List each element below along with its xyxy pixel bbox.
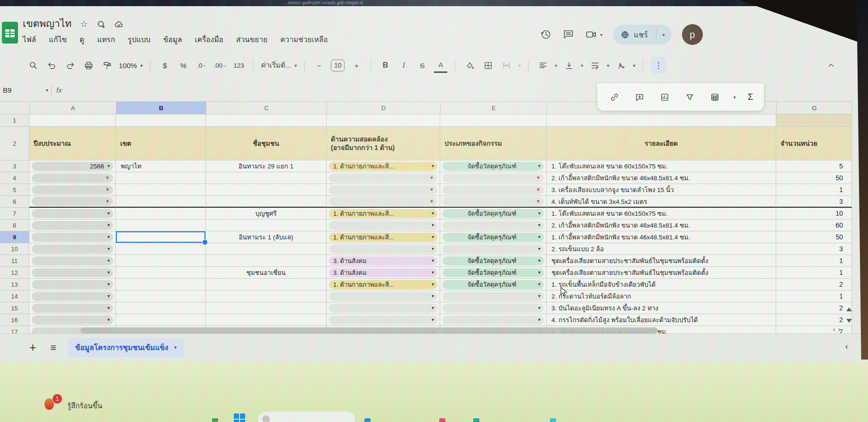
dropdown-icon[interactable]: ▾: [538, 235, 540, 239]
column-header-C[interactable]: C: [206, 102, 327, 114]
dropdown-pill[interactable]: ▾: [443, 292, 544, 301]
dropdown-icon[interactable]: ▾: [538, 164, 540, 168]
cell-D1[interactable]: [327, 114, 440, 127]
cell-C6[interactable]: [206, 196, 327, 208]
more-options-button[interactable]: ⋮: [651, 57, 666, 74]
cell-A4[interactable]: ▼: [29, 172, 116, 184]
cell-B14[interactable]: [116, 290, 206, 302]
font-family-select[interactable]: ค่าเริ่มต้... ▾: [261, 60, 297, 71]
dropdown-icon[interactable]: ▾: [107, 282, 110, 287]
taskbar-app-icon[interactable]: [364, 418, 371, 422]
format-currency-button[interactable]: $: [158, 59, 171, 72]
dropdown-icon[interactable]: ▾: [432, 258, 434, 263]
dropdown-pill[interactable]: 2566▾: [32, 162, 113, 171]
cell-G14[interactable]: 1: [776, 290, 852, 302]
dropdown-icon[interactable]: ▾: [538, 211, 540, 216]
dropdown-icon[interactable]: ▾: [432, 270, 434, 275]
cell-B10[interactable]: [116, 243, 206, 255]
dropdown-pill[interactable]: จัดซื้อวัสดุครุภัณฑ์▾: [443, 209, 544, 218]
row-header-11[interactable]: 11: [0, 255, 29, 267]
dropdown-pill[interactable]: ▼: [32, 185, 113, 194]
invalid-dropdown-icon[interactable]: ▼: [106, 176, 110, 180]
text-wrap-icon[interactable]: [588, 59, 602, 72]
cell-C7[interactable]: บุญชูศรี: [206, 208, 327, 220]
dropdown-pill[interactable]: 1. ด้านกายภาพและสิ่...▾: [329, 162, 437, 171]
cell-G9[interactable]: 50: [776, 231, 852, 243]
column-header-A[interactable]: A: [30, 102, 116, 114]
taskbar-app-icon[interactable]: [550, 418, 556, 422]
dropdown-icon[interactable]: ▾: [538, 258, 540, 263]
number-format-button[interactable]: 123: [232, 59, 245, 72]
version-history-icon[interactable]: [540, 28, 552, 41]
cell-F10[interactable]: 2. รถเข็นแบบ 2 ล้อ: [547, 243, 776, 255]
cell-E7[interactable]: จัดซื้อวัสดุครุภัณฑ์▾: [440, 208, 547, 220]
bold-button[interactable]: B: [379, 59, 392, 72]
menu-item-0[interactable]: ไฟล์: [23, 34, 36, 45]
video-call-icon[interactable]: [585, 28, 597, 41]
dropdown-pill[interactable]: ▾: [443, 245, 544, 254]
zoom-control[interactable]: 100% ▾: [119, 62, 142, 70]
menu-item-5[interactable]: ข้อมูล: [163, 34, 182, 45]
cell-A1[interactable]: [29, 114, 116, 127]
search-icon[interactable]: [27, 59, 40, 72]
italic-button[interactable]: I: [397, 59, 410, 72]
cell-G4[interactable]: 50: [776, 172, 852, 184]
row-header-4[interactable]: 4: [0, 172, 29, 184]
dropdown-icon[interactable]: ▾: [538, 317, 540, 322]
cell-E15[interactable]: ▾: [440, 302, 547, 314]
invalid-dropdown-icon[interactable]: ▼: [106, 199, 110, 204]
cell-C1[interactable]: [206, 114, 327, 127]
taskbar-app-icon[interactable]: [473, 418, 479, 422]
text-rotation-icon[interactable]: [614, 59, 628, 72]
cell-G16[interactable]: 2: [776, 314, 852, 326]
cell-E9[interactable]: จัดซื้อวัสดุครุภัณฑ์▾: [440, 231, 547, 243]
dropdown-icon[interactable]: ▾: [107, 294, 110, 299]
dropdown-pill[interactable]: จัดซื้อวัสดุครุภัณฑ์▾: [443, 268, 544, 277]
dropdown-pill[interactable]: จัดซื้อวัสดุครุภัณฑ์▾: [443, 256, 544, 265]
cell-F3[interactable]: 1. โต๊ะพับแสตนเลส ขนาด 60x150x75 ซม.: [547, 160, 776, 172]
dropdown-icon[interactable]: ▾: [538, 306, 540, 310]
dropdown-icon[interactable]: ▾: [432, 164, 434, 168]
row-header-2[interactable]: 2: [0, 127, 29, 160]
horizontal-align-dropdown-icon[interactable]: ▾: [555, 63, 557, 68]
filter-icon[interactable]: [683, 90, 697, 104]
cell-G13[interactable]: 2: [776, 279, 852, 290]
cell-D15[interactable]: ▾: [327, 302, 440, 314]
dropdown-pill[interactable]: จัดซื้อวัสดุครุภัณฑ์▾: [443, 162, 544, 171]
taskbar-app-icon[interactable]: [439, 418, 445, 422]
dropdown-pill[interactable]: ▼: [443, 197, 544, 206]
weather-widget[interactable]: 1 รู้สึกร้อนขึ้น: [44, 395, 102, 412]
sheet-tab-dropdown-icon[interactable]: ▾: [174, 344, 177, 351]
cell-G7[interactable]: 10: [776, 208, 852, 220]
dropdown-pill[interactable]: ▾: [32, 256, 113, 265]
paint-format-icon[interactable]: [100, 59, 114, 72]
cell-A14[interactable]: ▾: [29, 290, 116, 302]
cell-G5[interactable]: 1: [776, 184, 852, 196]
text-wrap-dropdown-icon[interactable]: ▾: [607, 63, 609, 68]
dropdown-icon[interactable]: ▾: [432, 223, 434, 228]
dropdown-pill[interactable]: 1. ด้านกายภาพและสิ่...▾: [329, 280, 437, 289]
dropdown-icon[interactable]: ▾: [432, 246, 434, 251]
dropdown-pill[interactable]: ▾: [32, 280, 113, 289]
dropdown-icon[interactable]: ▾: [107, 317, 110, 322]
all-sheets-icon[interactable]: ≡: [51, 342, 56, 353]
dropdown-pill[interactable]: 3. ด้านสังคม▾: [329, 256, 437, 265]
sheets-logo-icon[interactable]: [2, 22, 18, 44]
insert-comment-icon[interactable]: [633, 90, 647, 104]
dropdown-pill[interactable]: ▼: [443, 185, 544, 194]
cell-A5[interactable]: ▼: [29, 184, 116, 196]
column-header-D[interactable]: D: [327, 102, 441, 114]
cell-E8[interactable]: ▾: [440, 220, 547, 231]
text-color-button[interactable]: A: [434, 58, 447, 73]
cell-F7[interactable]: 1. โต๊ะพับแสตนเลส ขนาด 60x150x75 ซม.: [547, 208, 776, 220]
dropdown-icon[interactable]: ▾: [432, 235, 434, 239]
dropdown-pill[interactable]: ▼: [329, 185, 437, 194]
cell-A7[interactable]: ▾: [29, 208, 116, 220]
cell-D12[interactable]: 3. ด้านสังคม▾: [327, 267, 440, 279]
dropdown-icon[interactable]: ▾: [107, 246, 110, 251]
cell-B11[interactable]: [116, 255, 206, 267]
cell-E2[interactable]: ประเภทของกิจกรรม: [440, 127, 547, 160]
cell-E10[interactable]: ▾: [440, 243, 547, 255]
folder-move-icon[interactable]: [96, 20, 106, 29]
cell-D3[interactable]: 1. ด้านกายภาพและสิ่...▾: [327, 160, 440, 172]
